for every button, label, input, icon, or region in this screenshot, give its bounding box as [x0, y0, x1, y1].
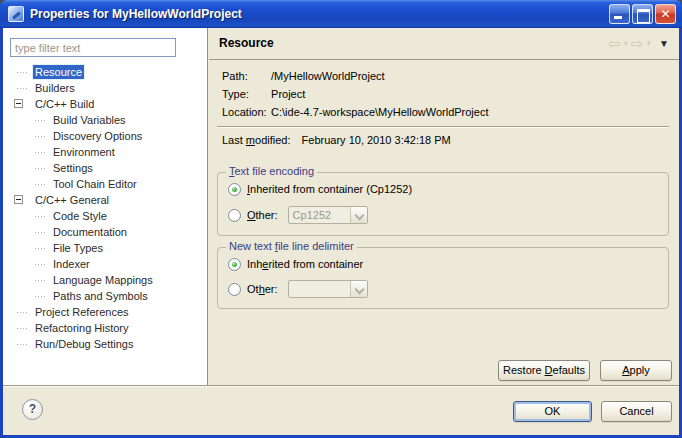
radio-checked-icon[interactable]: [228, 183, 241, 196]
close-glyph: ✕: [656, 5, 675, 23]
text-file-encoding-title: Text file encoding: [226, 165, 317, 177]
tree-item-label: Run/Debug Settings: [33, 337, 135, 351]
tree-item-label: Build Variables: [51, 113, 128, 127]
resource-info: Path: /MyHellowWorldProject Type: Projec…: [222, 67, 669, 121]
tree-item-label: C/C++ Build: [33, 97, 96, 111]
tree-connector: [35, 120, 47, 121]
restore-defaults-button[interactable]: Restore Defaults: [498, 360, 590, 381]
chevron-down-icon[interactable]: [350, 281, 367, 297]
radio-unchecked-icon[interactable]: [228, 283, 241, 296]
radio-unchecked-icon[interactable]: [228, 209, 241, 222]
page-title: Resource: [219, 28, 274, 59]
tree-connector: [17, 328, 29, 329]
tree-item-environment[interactable]: Environment: [3, 144, 206, 160]
tree-item-label: Environment: [51, 145, 117, 159]
apply-button[interactable]: Apply: [600, 360, 672, 381]
button-bar: ? OK Cancel: [3, 385, 679, 435]
encoding-other-option[interactable]: Other: Cp1252: [228, 207, 368, 223]
window-title: Properties for MyHellowWorldProject: [30, 0, 242, 28]
help-icon[interactable]: ?: [22, 399, 43, 420]
close-icon[interactable]: ✕: [655, 4, 676, 24]
filter-input[interactable]: [10, 38, 176, 57]
chevron-down-icon[interactable]: [350, 207, 367, 223]
window-controls: ✕: [609, 4, 676, 24]
tree-item-refactoring-history[interactable]: Refactoring History: [3, 320, 206, 336]
delimiter-other-label: Other:: [247, 283, 278, 295]
tree-item-label: Refactoring History: [33, 321, 131, 335]
tree-connector: [17, 72, 29, 73]
encoding-combo[interactable]: Cp1252: [288, 206, 368, 224]
tree-item-paths-and-symbols[interactable]: Paths and Symbols: [3, 288, 206, 304]
page-header: Resource ⇦ ▾ ⇨ ▾ ▼: [209, 28, 679, 60]
tree-item-file-types[interactable]: File Types: [3, 240, 206, 256]
encoding-combo-value: Cp1252: [289, 207, 350, 223]
tree-item-label: Indexer: [51, 257, 92, 271]
tree-item-label: Tool Chain Editor: [51, 177, 139, 191]
location-label: Location:: [222, 103, 268, 121]
tree-connector: [35, 136, 47, 137]
tree-item-documentation[interactable]: Documentation: [3, 224, 206, 240]
tree-connector: [35, 152, 47, 153]
properties-tree: ResourceBuildersC/C++ BuildBuild Variabl…: [3, 64, 206, 352]
forward-menu-icon[interactable]: ▾: [647, 39, 652, 48]
cancel-button[interactable]: Cancel: [601, 401, 672, 422]
minimize-icon[interactable]: [609, 4, 630, 24]
tree-item-build-variables[interactable]: Build Variables: [3, 112, 206, 128]
tree-item-label: Documentation: [51, 225, 129, 239]
tree-item-settings[interactable]: Settings: [3, 160, 206, 176]
last-modified-value: February 10, 2010 3:42:18 PM: [302, 134, 451, 146]
tree-collapse-icon[interactable]: [14, 99, 23, 108]
delimiter-combo-value: [289, 281, 350, 297]
encoding-inherited-option[interactable]: Inherited from container (Cp1252): [228, 181, 412, 197]
last-modified-row: Last modified: February 10, 2010 3:42:18…: [222, 132, 451, 148]
delimiter-combo[interactable]: [288, 280, 368, 298]
page-content: Resource ⇦ ▾ ⇨ ▾ ▼ Path: /MyHellowWorldP…: [209, 28, 679, 385]
maximize-icon[interactable]: [632, 4, 653, 24]
delimiter-other-option[interactable]: Other:: [228, 281, 368, 297]
tree-connector: [35, 232, 47, 233]
last-modified-label: Last modified:: [222, 134, 291, 146]
delimiter-inherited-label: Inherited from container: [247, 258, 363, 270]
tree-connector: [17, 88, 29, 89]
tree-collapse-icon[interactable]: [14, 195, 23, 204]
location-value: C:\ide-4.7-workspace\MyHellowWorldProjec…: [271, 106, 488, 118]
properties-dialog-icon: [8, 6, 24, 22]
properties-dialog: Properties for MyHellowWorldProject ✕ Re…: [0, 0, 682, 438]
tree-connector: [17, 312, 29, 313]
tree-connector: [35, 184, 47, 185]
encoding-other-label: Other:: [247, 209, 278, 221]
tree-connector: [35, 216, 47, 217]
tree-item-label: Project References: [33, 305, 131, 319]
path-value: /MyHellowWorldProject: [271, 70, 385, 82]
back-icon[interactable]: ⇦: [608, 36, 621, 51]
tree-item-label: Paths and Symbols: [51, 289, 150, 303]
tree-item-code-style[interactable]: Code Style: [3, 208, 206, 224]
tree-item-label: Discovery Options: [51, 129, 144, 143]
forward-icon[interactable]: ⇨: [631, 36, 644, 51]
tree-item-c-c-general[interactable]: C/C++ General: [3, 192, 206, 208]
back-menu-icon[interactable]: ▾: [623, 39, 628, 48]
tree-item-c-c-build[interactable]: C/C++ Build: [3, 96, 206, 112]
tree-item-builders[interactable]: Builders: [3, 80, 206, 96]
type-value: Project: [271, 88, 305, 100]
tree-item-discovery-options[interactable]: Discovery Options: [3, 128, 206, 144]
radio-checked-icon[interactable]: [228, 258, 241, 271]
tree-item-project-references[interactable]: Project References: [3, 304, 206, 320]
tree-connector: [17, 344, 29, 345]
tree-item-label: Resource: [33, 65, 84, 79]
view-menu-icon[interactable]: ▼: [659, 39, 669, 49]
text-file-encoding-group: Text file encoding Inherited from contai…: [217, 172, 669, 236]
ok-button[interactable]: OK: [513, 401, 592, 422]
type-label: Type:: [222, 85, 268, 103]
tree-connector: [35, 264, 47, 265]
tree-item-run-debug-settings[interactable]: Run/Debug Settings: [3, 336, 206, 352]
title-bar[interactable]: Properties for MyHellowWorldProject ✕: [0, 0, 682, 28]
sidebar: ResourceBuildersC/C++ BuildBuild Variabl…: [3, 28, 208, 385]
tree-item-language-mappings[interactable]: Language Mappings: [3, 272, 206, 288]
tree-item-tool-chain-editor[interactable]: Tool Chain Editor: [3, 176, 206, 192]
delimiter-inherited-option[interactable]: Inherited from container: [228, 256, 363, 272]
path-row: Path: /MyHellowWorldProject: [222, 67, 669, 85]
tree-item-resource[interactable]: Resource: [3, 64, 206, 80]
tree-item-label: Code Style: [51, 209, 109, 223]
tree-item-indexer[interactable]: Indexer: [3, 256, 206, 272]
